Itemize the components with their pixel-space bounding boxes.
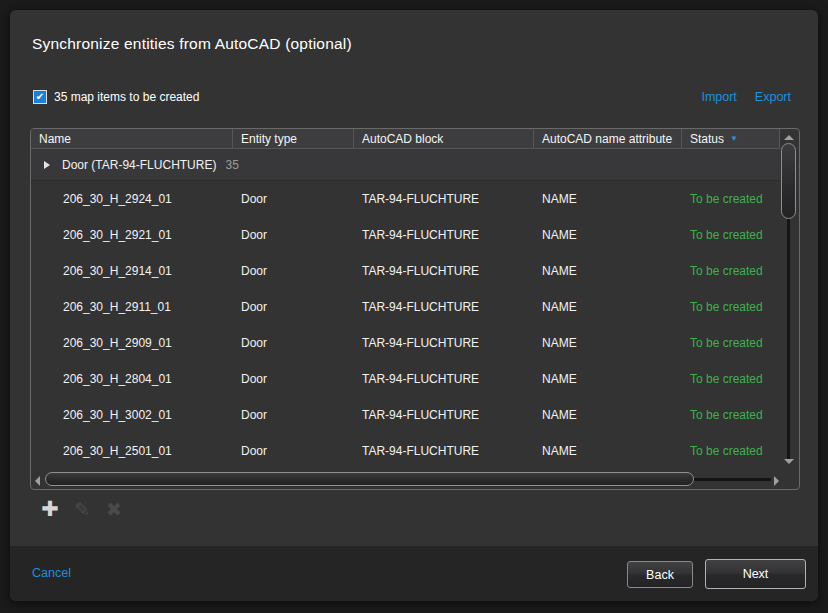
table-row[interactable]: 206_30_H_2804_01DoorTAR-94-FLUCHTURENAME…: [31, 361, 780, 397]
cell-entity_type: Door: [233, 289, 354, 325]
cell-name_attribute: NAME: [534, 181, 682, 217]
table-row[interactable]: 206_30_H_2501_01DoorTAR-94-FLUCHTURENAME…: [31, 433, 780, 469]
column-header-label: Entity type: [241, 132, 297, 146]
cell-autocad_block: TAR-94-FLUCHTURE: [354, 217, 534, 253]
column-header-label: Name: [39, 132, 71, 146]
expand-arrow-icon[interactable]: [44, 161, 50, 169]
map-items-checkbox-row[interactable]: ✔ 35 map items to be created: [33, 90, 199, 104]
cell-name_attribute: NAME: [534, 217, 682, 253]
cell-name: 206_30_H_3002_01: [31, 397, 233, 433]
import-link[interactable]: Import: [701, 90, 736, 104]
column-header-label: AutoCAD block: [362, 132, 443, 146]
dialog-title: Synchronize entities from AutoCAD (optio…: [32, 35, 352, 53]
table-row[interactable]: 206_30_H_2921_01DoorTAR-94-FLUCHTURENAME…: [31, 217, 780, 253]
cell-entity_type: Door: [233, 361, 354, 397]
next-button[interactable]: Next: [705, 559, 806, 589]
cell-name: 206_30_H_2501_01: [31, 433, 233, 469]
cell-name_attribute: NAME: [534, 361, 682, 397]
scroll-up-icon[interactable]: [784, 135, 794, 140]
checkbox-checked-icon[interactable]: ✔: [33, 90, 47, 104]
import-export-links: Import Export: [701, 90, 791, 104]
cell-status: To be created: [682, 181, 780, 217]
column-header-name_attribute[interactable]: AutoCAD name attribute: [534, 129, 682, 148]
map-items-checkbox-label: 35 map items to be created: [54, 90, 199, 104]
column-header-autocad_block[interactable]: AutoCAD block: [354, 129, 534, 148]
cell-status: To be created: [682, 217, 780, 253]
table-rows: 206_30_H_2924_01DoorTAR-94-FLUCHTURENAME…: [31, 181, 780, 469]
cell-autocad_block: TAR-94-FLUCHTURE: [354, 433, 534, 469]
column-header-label: Status: [690, 132, 724, 146]
cell-name: 206_30_H_2921_01: [31, 217, 233, 253]
group-count: 35: [225, 158, 238, 172]
dialog-footer: Cancel Back Next: [10, 546, 818, 601]
cell-name_attribute: NAME: [534, 397, 682, 433]
cell-status: To be created: [682, 361, 780, 397]
cell-name_attribute: NAME: [534, 289, 682, 325]
cell-name_attribute: NAME: [534, 325, 682, 361]
add-row-button[interactable]: ✚: [38, 496, 62, 522]
cell-status: To be created: [682, 325, 780, 361]
cell-entity_type: Door: [233, 181, 354, 217]
cell-autocad_block: TAR-94-FLUCHTURE: [354, 253, 534, 289]
cell-name: 206_30_H_2909_01: [31, 325, 233, 361]
cell-autocad_block: TAR-94-FLUCHTURE: [354, 289, 534, 325]
cell-name_attribute: NAME: [534, 253, 682, 289]
column-header-label: AutoCAD name attribute: [542, 132, 672, 146]
cell-entity_type: Door: [233, 217, 354, 253]
table-row[interactable]: 206_30_H_2909_01DoorTAR-94-FLUCHTURENAME…: [31, 325, 780, 361]
cell-status: To be created: [682, 289, 780, 325]
vertical-scrollbar[interactable]: [780, 129, 799, 471]
cell-entity_type: Door: [233, 433, 354, 469]
cell-status: To be created: [682, 397, 780, 433]
table-row[interactable]: 206_30_H_2914_01DoorTAR-94-FLUCHTURENAME…: [31, 253, 780, 289]
cell-name: 206_30_H_2924_01: [31, 181, 233, 217]
group-label: Door (TAR-94-FLUCHTURE): [62, 158, 216, 172]
cell-entity_type: Door: [233, 397, 354, 433]
cell-autocad_block: TAR-94-FLUCHTURE: [354, 397, 534, 433]
entities-table: NameEntity typeAutoCAD blockAutoCAD name…: [30, 128, 800, 490]
horizontal-scrollbar[interactable]: [31, 471, 799, 489]
table-header: NameEntity typeAutoCAD blockAutoCAD name…: [31, 129, 780, 149]
scroll-right-icon[interactable]: [774, 476, 779, 486]
back-button[interactable]: Back: [627, 561, 693, 588]
sort-desc-icon: ▼: [730, 135, 738, 143]
scroll-left-icon[interactable]: [35, 476, 40, 486]
cell-name_attribute: NAME: [534, 433, 682, 469]
cell-status: To be created: [682, 433, 780, 469]
export-link[interactable]: Export: [755, 90, 791, 104]
cell-autocad_block: TAR-94-FLUCHTURE: [354, 361, 534, 397]
row-actions-toolbar: ✚ ✎ ✖: [38, 496, 126, 522]
table-row[interactable]: 206_30_H_2924_01DoorTAR-94-FLUCHTURENAME…: [31, 181, 780, 217]
edit-row-button[interactable]: ✎: [70, 496, 94, 522]
table-row[interactable]: 206_30_H_2911_01DoorTAR-94-FLUCHTURENAME…: [31, 289, 780, 325]
cell-autocad_block: TAR-94-FLUCHTURE: [354, 181, 534, 217]
cell-name: 206_30_H_2914_01: [31, 253, 233, 289]
cell-entity_type: Door: [233, 325, 354, 361]
vertical-scroll-thumb[interactable]: [781, 143, 796, 219]
scroll-down-icon[interactable]: [784, 459, 794, 464]
cell-autocad_block: TAR-94-FLUCHTURE: [354, 325, 534, 361]
synchronize-entities-dialog: Synchronize entities from AutoCAD (optio…: [10, 10, 818, 601]
column-header-entity_type[interactable]: Entity type: [233, 129, 354, 148]
column-header-name[interactable]: Name: [31, 129, 233, 148]
column-header-status[interactable]: Status▼: [682, 129, 780, 148]
delete-row-button[interactable]: ✖: [102, 496, 126, 522]
cell-name: 206_30_H_2804_01: [31, 361, 233, 397]
cancel-link[interactable]: Cancel: [32, 566, 71, 580]
table-row[interactable]: 206_30_H_3002_01DoorTAR-94-FLUCHTURENAME…: [31, 397, 780, 433]
cell-entity_type: Door: [233, 253, 354, 289]
cell-name: 206_30_H_2911_01: [31, 289, 233, 325]
cell-status: To be created: [682, 253, 780, 289]
horizontal-scroll-thumb[interactable]: [45, 472, 694, 486]
group-row-door[interactable]: Door (TAR-94-FLUCHTURE) 35: [31, 149, 780, 181]
